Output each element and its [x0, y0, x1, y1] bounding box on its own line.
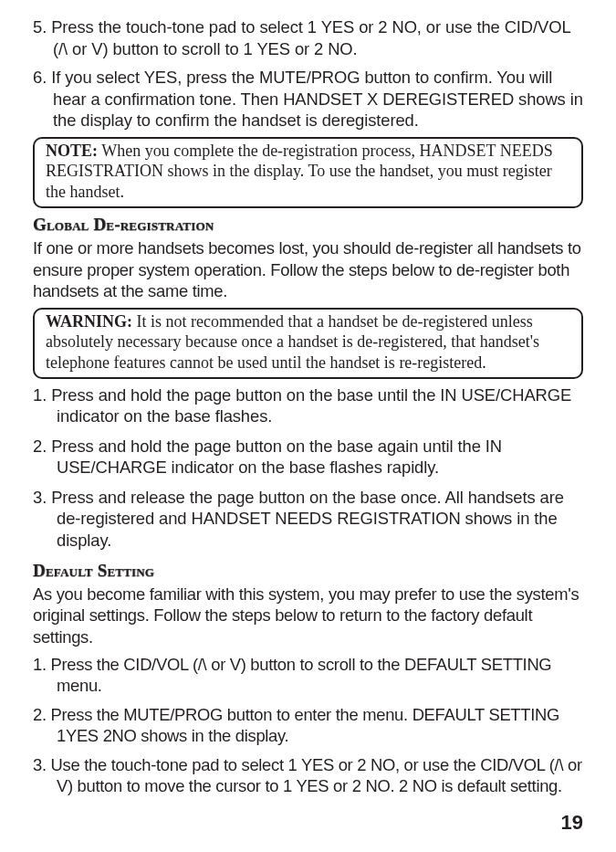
note-box: NOTE: When you complete the de-registrat… [33, 137, 583, 208]
global-step-3: 3. Press and release the page button on … [33, 487, 583, 552]
warning-label: WARNING: [46, 312, 132, 331]
note-label: NOTE: [46, 142, 98, 160]
note-text: When you complete the de-registration pr… [46, 142, 553, 201]
step-5: 5. Press the touch-tone pad to select 1 … [33, 16, 583, 59]
page-number: 19 [561, 810, 583, 836]
step-6: 6. If you select YES, press the MUTE/PRO… [33, 67, 583, 131]
global-step-2: 2. Press and hold the page button on the… [33, 436, 583, 479]
global-dereg-intro: If one or more handsets becomes lost, yo… [33, 237, 583, 302]
default-step-3: 3. Use the touch-tone pad to select 1 YE… [33, 754, 583, 797]
step-5-text: 5. Press the touch-tone pad to select 1 … [33, 17, 570, 58]
default-setting-intro: As you become familiar with this system,… [33, 584, 583, 648]
global-step-1: 1. Press and hold the page button on the… [33, 384, 583, 427]
step-6-text: 6. If you select YES, press the MUTE/PRO… [33, 68, 583, 130]
default-step-2: 2. Press the MUTE/PROG button to enter t… [33, 704, 583, 747]
default-setting-heading: Default Setting [33, 560, 583, 582]
global-dereg-steps: 1. Press and hold the page button on the… [33, 384, 583, 552]
warning-box: WARNING: It is not recommended that a ha… [33, 308, 583, 379]
default-step-1: 1. Press the CID/VOL (/\ or V) button to… [33, 654, 583, 697]
global-dereg-heading: Global De-registration [33, 214, 583, 236]
default-setting-steps: 1. Press the CID/VOL (/\ or V) button to… [33, 654, 583, 797]
